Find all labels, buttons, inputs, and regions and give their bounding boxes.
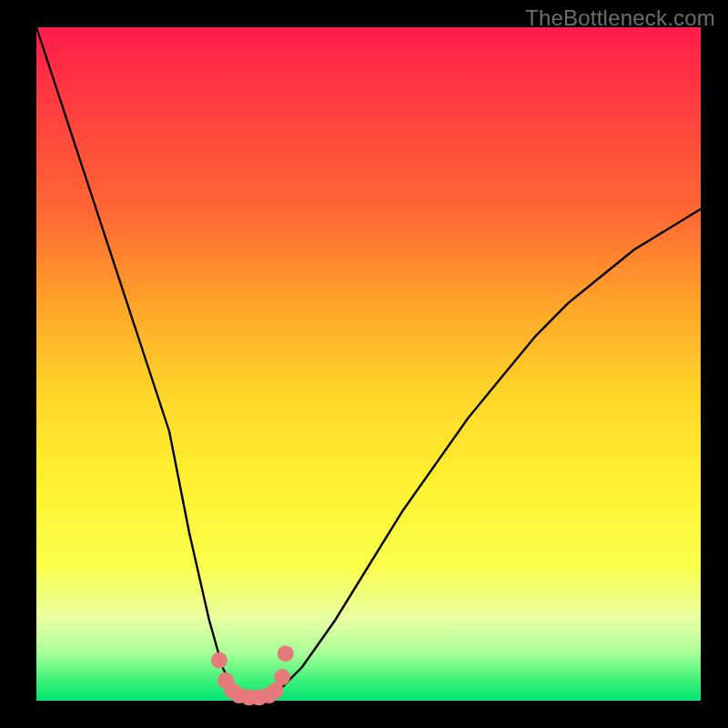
curve-layer bbox=[36, 27, 701, 701]
peak-marker bbox=[278, 645, 294, 662]
plot-area bbox=[36, 27, 701, 701]
bottleneck-curve bbox=[36, 27, 701, 701]
peak-markers bbox=[211, 645, 294, 705]
peak-marker bbox=[211, 652, 228, 669]
chart-frame: TheBottleneck.com bbox=[0, 0, 728, 728]
peak-marker bbox=[274, 669, 290, 685]
